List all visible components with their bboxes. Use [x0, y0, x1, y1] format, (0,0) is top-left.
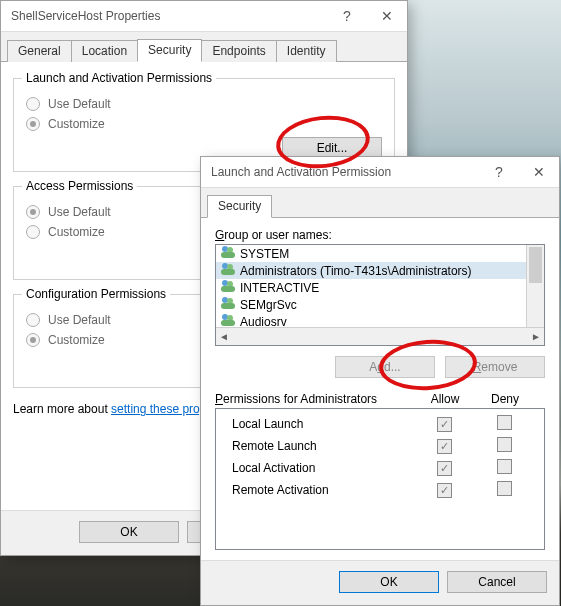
- desktop-background: ShellServiceHost Properties ? ✕ General …: [0, 0, 561, 606]
- launch-group-title: Launch and Activation Permissions: [22, 71, 216, 85]
- svg-point-9: [222, 297, 228, 303]
- tab-endpoints[interactable]: Endpoints: [201, 40, 276, 62]
- deny-checkbox[interactable]: [497, 415, 512, 430]
- listbox-vscrollbar[interactable]: [526, 245, 544, 328]
- tab-location[interactable]: Location: [71, 40, 138, 62]
- col-deny: Deny: [475, 392, 535, 406]
- tab-general[interactable]: General: [7, 40, 72, 62]
- user-name: Audiosrv: [240, 315, 287, 329]
- dlg1-help-button[interactable]: ?: [327, 1, 367, 31]
- dlg2-tabbody: Group or user names: SYSTEMAdministrator…: [201, 218, 559, 560]
- dlg2-footer: OK Cancel: [201, 560, 559, 605]
- permission-name: Remote Activation: [232, 483, 414, 497]
- tab-security[interactable]: Security: [137, 39, 202, 62]
- dlg2-tabstrip: Security: [201, 188, 559, 218]
- svg-point-3: [222, 263, 228, 269]
- permission-row: Remote Launch: [216, 435, 544, 457]
- deny-checkbox[interactable]: [497, 437, 512, 452]
- launch-customize-label: Customize: [48, 117, 105, 131]
- dlg2-close-button[interactable]: ✕: [519, 157, 559, 187]
- svg-point-12: [222, 314, 228, 320]
- user-listbox[interactable]: SYSTEMAdministrators (Timo-T431s\Adminis…: [215, 244, 545, 346]
- deny-checkbox[interactable]: [497, 481, 512, 496]
- access-group-title: Access Permissions: [22, 179, 137, 193]
- permission-row: Local Activation: [216, 457, 544, 479]
- user-name: SEMgrSvc: [240, 298, 297, 312]
- svg-rect-2: [221, 252, 235, 258]
- svg-rect-14: [221, 320, 235, 326]
- allow-checkbox[interactable]: [437, 439, 452, 454]
- radio-icon: [26, 313, 40, 327]
- user-name: INTERACTIVE: [240, 281, 319, 295]
- dlg1-ok-button[interactable]: OK: [79, 521, 179, 543]
- dlg1-titlebar: ShellServiceHost Properties ? ✕: [1, 1, 407, 32]
- access-customize-label: Customize: [48, 225, 105, 239]
- dlg1-tabstrip: General Location Security Endpoints Iden…: [1, 32, 407, 62]
- radio-icon: [26, 97, 40, 111]
- group-names-label: Group or user names:: [215, 228, 545, 242]
- users-group-icon: [220, 296, 236, 313]
- dlg2-help-button[interactable]: ?: [479, 157, 519, 187]
- scroll-left-icon[interactable]: ◄: [219, 331, 229, 342]
- dlg2-tab-security[interactable]: Security: [207, 195, 272, 218]
- allow-checkbox[interactable]: [437, 417, 452, 432]
- user-list-item[interactable]: Administrators (Timo-T431s\Administrator…: [216, 262, 527, 279]
- users-group-icon: [220, 279, 236, 296]
- launch-use-default-label: Use Default: [48, 97, 111, 111]
- users-group-icon: [220, 313, 236, 328]
- launch-activation-permission-dialog: Launch and Activation Permission ? ✕ Sec…: [200, 156, 560, 606]
- dlg1-title: ShellServiceHost Properties: [11, 9, 327, 23]
- dlg2-titlebar: Launch and Activation Permission ? ✕: [201, 157, 559, 188]
- svg-rect-5: [221, 269, 235, 275]
- permissions-table: Local LaunchRemote LaunchLocal Activatio…: [215, 408, 545, 550]
- dlg2-title: Launch and Activation Permission: [211, 165, 479, 179]
- dlg2-cancel-button[interactable]: Cancel: [447, 571, 547, 593]
- user-list-item[interactable]: SYSTEM: [216, 245, 527, 262]
- permission-name: Local Activation: [232, 461, 414, 475]
- user-list-item[interactable]: SEMgrSvc: [216, 296, 527, 313]
- launch-customize-row[interactable]: Customize: [26, 117, 382, 131]
- access-use-default-label: Use Default: [48, 205, 111, 219]
- remove-button[interactable]: Remove: [445, 356, 545, 378]
- radio-icon: [26, 225, 40, 239]
- users-group-icon: [220, 245, 236, 262]
- radio-icon: [26, 205, 40, 219]
- config-customize-label: Customize: [48, 333, 105, 347]
- radio-icon: [26, 333, 40, 347]
- permission-name: Local Launch: [232, 417, 414, 431]
- dlg2-ok-button[interactable]: OK: [339, 571, 439, 593]
- permission-name: Remote Launch: [232, 439, 414, 453]
- permissions-header: Permissions for Administrators Allow Den…: [215, 390, 545, 408]
- listbox-hscrollbar[interactable]: ◄ ►: [216, 327, 544, 345]
- launch-use-default-row[interactable]: Use Default: [26, 97, 382, 111]
- users-group-icon: [220, 262, 236, 279]
- scroll-right-icon[interactable]: ►: [531, 331, 541, 342]
- svg-rect-11: [221, 303, 235, 309]
- col-allow: Allow: [415, 392, 475, 406]
- config-group-title: Configuration Permissions: [22, 287, 170, 301]
- svg-point-0: [222, 246, 228, 252]
- learn-prefix: Learn more about: [13, 402, 111, 416]
- allow-checkbox[interactable]: [437, 483, 452, 498]
- deny-checkbox[interactable]: [497, 459, 512, 474]
- user-list-item[interactable]: Audiosrv: [216, 313, 527, 328]
- add-button[interactable]: Add...: [335, 356, 435, 378]
- user-name: SYSTEM: [240, 247, 289, 261]
- tab-identity[interactable]: Identity: [276, 40, 337, 62]
- svg-rect-8: [221, 286, 235, 292]
- permission-row: Local Launch: [216, 413, 544, 435]
- svg-point-6: [222, 280, 228, 286]
- user-name: Administrators (Timo-T431s\Administrator…: [240, 264, 472, 278]
- dlg1-close-button[interactable]: ✕: [367, 1, 407, 31]
- user-list-item[interactable]: INTERACTIVE: [216, 279, 527, 296]
- config-use-default-label: Use Default: [48, 313, 111, 327]
- permission-row: Remote Activation: [216, 479, 544, 501]
- radio-icon: [26, 117, 40, 131]
- allow-checkbox[interactable]: [437, 461, 452, 476]
